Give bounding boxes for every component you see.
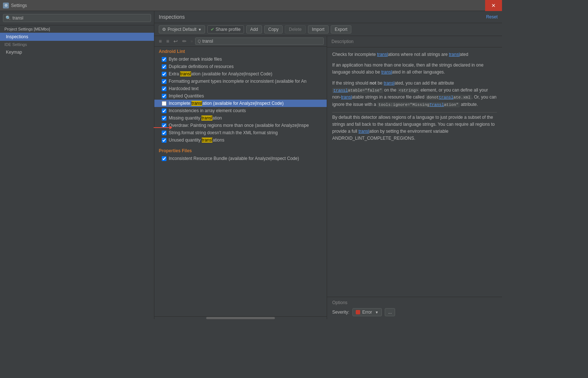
- item-label: Byte order mark inside files: [169, 57, 322, 62]
- list-item[interactable]: Byte order mark inside files: [154, 56, 327, 63]
- search-box: 🔍: [0, 11, 154, 25]
- reset-button[interactable]: Reset: [486, 14, 498, 19]
- list-item[interactable]: Duplicate definitions of resources: [154, 63, 327, 70]
- severity-value: Error: [362, 310, 372, 315]
- transl-highlight-1: transl: [377, 52, 388, 57]
- list-item[interactable]: Hardcoded text: [154, 85, 327, 92]
- keymap-tree-item[interactable]: Keymap: [0, 48, 154, 56]
- profile-dropdown[interactable]: ⚙ Project Default ▼: [159, 25, 205, 33]
- transl-highlight-4: transl: [384, 81, 394, 86]
- severity-row: Severity: Error ▼ ...: [332, 308, 497, 316]
- list-scrollbar[interactable]: [154, 316, 327, 319]
- item-label: Extra translation (available for Analyze…: [169, 71, 322, 76]
- delete-button[interactable]: Delete: [285, 25, 306, 33]
- options-section: Options Severity: Error ▼ ...: [327, 297, 502, 319]
- item-label: Missing quantity translation: [169, 115, 322, 121]
- title-bar: ⚙ Settings ✕: [0, 0, 502, 11]
- transl-highlight-5: transl: [341, 94, 352, 100]
- list-item[interactable]: String.format string doesn't match the X…: [154, 129, 327, 136]
- list-item[interactable]: Unused quantity translations: [154, 136, 327, 144]
- list-item[interactable]: Implied Quantities: [154, 92, 327, 100]
- item-checkbox[interactable]: [162, 138, 166, 143]
- list-scrollbar-thumb: [206, 317, 275, 319]
- highlight-transl: transl: [191, 101, 202, 106]
- incomplete-translation-item[interactable]: Incomplete translation (available for An…: [154, 100, 327, 107]
- code-block-3: donottranslate.xml: [426, 95, 472, 100]
- highlight-transl: transl: [180, 71, 191, 76]
- item-checkbox[interactable]: [162, 72, 166, 76]
- list-item[interactable]: Overdraw: Painting regions more than onc…: [154, 122, 327, 129]
- transl-highlight-6: transl: [358, 129, 369, 134]
- list-item[interactable]: Inconsistencies in array element counts: [154, 107, 327, 114]
- collapse-all-button[interactable]: ≡: [165, 38, 171, 45]
- ide-settings-label: IDE Settings: [0, 41, 154, 48]
- item-label: Incomplete translation (available for An…: [169, 101, 322, 106]
- desc-para-1: Checks for incomplete translations where…: [332, 51, 497, 58]
- options-label: Options: [332, 300, 497, 305]
- inspections-tree-item[interactable]: Inspections: [0, 33, 154, 41]
- properties-files-category: Properties Files: [154, 146, 327, 155]
- inspections-title: Inspections: [159, 14, 185, 20]
- app-icon: ⚙: [3, 3, 9, 8]
- item-label: Inconsistencies in array element counts: [169, 108, 322, 113]
- inspections-list: ≡ ≡ ↩ ✏ » Q Android Lint: [154, 36, 327, 319]
- severity-dropdown-arrow-icon: ▼: [375, 310, 379, 314]
- list-item[interactable]: Formatting argument types incomplete or …: [154, 78, 327, 85]
- export-button[interactable]: Export: [331, 25, 352, 33]
- undo-button[interactable]: ↩: [172, 38, 179, 45]
- expand-all-button[interactable]: ≡: [157, 38, 163, 45]
- search-wrapper[interactable]: 🔍: [3, 14, 151, 22]
- filter-search-wrapper[interactable]: Q: [195, 38, 324, 45]
- filter-toolbar: ≡ ≡ ↩ ✏ » Q: [154, 36, 327, 47]
- item-checkbox[interactable]: [162, 101, 166, 106]
- close-button[interactable]: ✕: [485, 0, 502, 11]
- item-checkbox[interactable]: [162, 64, 166, 69]
- transl-highlight-3: transl: [381, 69, 392, 75]
- project-settings-label: Project Settings [MEMbo]: [0, 25, 154, 33]
- severity-label: Severity:: [332, 310, 349, 315]
- item-label: Overdraw: Painting regions more than onc…: [169, 123, 322, 128]
- desc-para-2: If an application has more than one loca…: [332, 62, 497, 76]
- item-checkbox[interactable]: [162, 94, 166, 99]
- divider: [332, 112, 497, 113]
- filter-search-input[interactable]: [202, 39, 321, 44]
- search-icon: 🔍: [6, 15, 11, 21]
- item-checkbox[interactable]: [162, 79, 166, 84]
- severity-color-dot: [356, 310, 360, 314]
- edit-button[interactable]: ✏: [181, 38, 188, 45]
- item-checkbox[interactable]: [162, 108, 166, 113]
- share-check-icon: ✔: [211, 27, 214, 32]
- share-profile-button[interactable]: ✔ Share profile: [207, 25, 244, 33]
- item-checkbox[interactable]: [162, 116, 166, 121]
- desc-para-4: By default this detector allows regions …: [332, 114, 497, 142]
- description-content: Checks for incomplete translations where…: [327, 47, 502, 297]
- item-checkbox[interactable]: [162, 86, 166, 91]
- import-button[interactable]: Import: [308, 25, 329, 33]
- copy-button[interactable]: Copy: [264, 25, 283, 33]
- item-label: Inconsistent Resource Bundle (available …: [169, 156, 322, 161]
- filter-search-icon: Q: [198, 39, 201, 43]
- left-panel: 🔍 Project Settings [MEMbo] Inspections I…: [0, 11, 154, 319]
- list-item[interactable]: Extra translation (available for Analyze…: [154, 70, 327, 78]
- search-input[interactable]: [12, 15, 148, 21]
- item-label: Hardcoded text: [169, 86, 322, 91]
- highlight-transl: transl: [202, 138, 212, 143]
- description-header: Description: [327, 36, 502, 47]
- severity-more-button[interactable]: ...: [385, 308, 395, 316]
- code-block-4: tools:ignore="MissingTranslation": [377, 102, 460, 107]
- list-item[interactable]: Missing quantity translation: [154, 114, 327, 122]
- item-checkbox[interactable]: [162, 156, 166, 161]
- description-panel: Description Checks for incomplete transl…: [327, 36, 502, 319]
- item-label: Duplicate definitions of resources: [169, 64, 322, 69]
- item-checkbox[interactable]: [162, 57, 166, 62]
- severity-dropdown[interactable]: Error ▼: [352, 308, 382, 316]
- separator: »: [190, 39, 193, 44]
- right-panel: Inspections Reset ⚙ Project Default ▼ ✔ …: [154, 11, 502, 319]
- add-button[interactable]: Add: [246, 25, 262, 33]
- item-checkbox[interactable]: [162, 131, 166, 135]
- list-item[interactable]: Inconsistent Resource Bundle (available …: [154, 155, 327, 162]
- red-arrow-indicator: [154, 127, 172, 128]
- code-block-2: <string>: [398, 88, 419, 93]
- code-block-1: translatable="false": [332, 88, 383, 93]
- transl-highlight-2: transl: [449, 52, 460, 57]
